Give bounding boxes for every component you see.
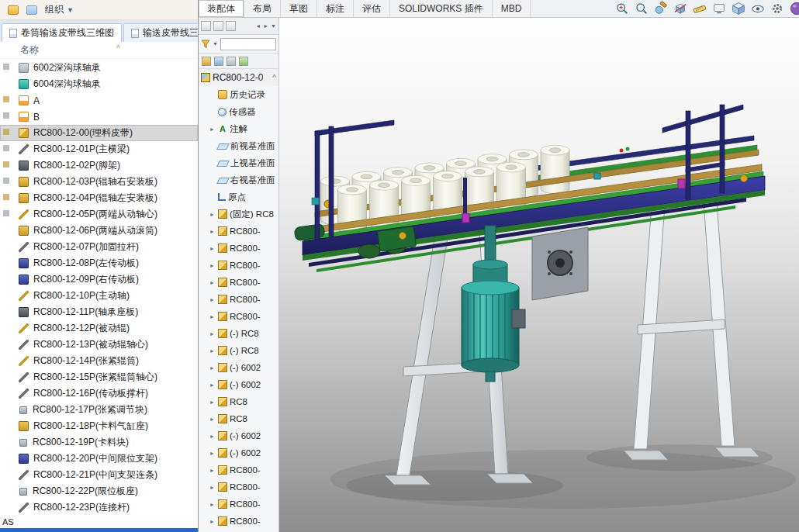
list-item[interactable]: RC800-12-14P(张紧辊筒) [0,353,198,369]
collapse-chevron-icon[interactable]: ^ [272,74,278,82]
hide-show-eye-icon[interactable] [750,1,766,16]
expander-icon[interactable]: ► [209,246,216,251]
list-item[interactable]: RC800-12-22P(限位板座) [0,483,198,499]
expander-icon[interactable]: ► [209,416,216,422]
tree-item[interactable]: 右视基准面 [199,171,278,188]
list-item[interactable]: RC800-12-18P(卡料气缸座) [0,418,198,434]
tree-item[interactable]: ►RC8 [199,410,278,427]
tree-item[interactable]: ►(-) 6002 [199,376,278,393]
show-hierarchy-icon[interactable] [226,21,236,31]
tree-item[interactable]: ►(-) RC8 [199,325,278,342]
view-settings-gear-icon[interactable] [770,1,785,16]
section-view-icon[interactable] [673,1,688,16]
expander-icon[interactable]: ► [209,263,216,268]
tree-item[interactable]: ►RC800- [199,308,278,325]
list-item[interactable]: 6004深沟球轴承 [0,76,198,92]
expander-icon[interactable]: ► [209,348,216,354]
list-item[interactable]: RC800-12-00(理料皮带) [0,125,198,141]
ribbon-tab-evaluate[interactable]: 评估 [354,0,390,17]
expander-icon[interactable]: ► [209,468,216,473]
list-item[interactable]: RC800-12-15P(张紧辊筒轴心) [0,369,198,385]
tree-item[interactable]: ►RC800- [199,461,278,478]
pane-menu-icon[interactable]: ▼ [271,23,276,29]
expander-icon[interactable]: ► [209,382,216,388]
list-item[interactable]: A [0,92,198,109]
tree-item[interactable]: 历史记录 [199,86,278,103]
column-header[interactable]: 名称 ^ [0,42,198,59]
list-item[interactable]: RC800-12-07P(加固拉杆) [0,239,198,255]
expander-icon[interactable]: ► [209,314,216,320]
expander-icon[interactable]: ► [209,212,216,217]
list-item[interactable]: RC800-12-11P(轴承座板) [0,304,198,320]
tree-item[interactable]: ►RC800- [199,478,278,496]
ribbon-tab-layout[interactable]: 布局 [244,0,281,17]
expander-icon[interactable]: ► [209,331,216,337]
tree-display-icon[interactable] [213,21,223,31]
pane-prev-icon[interactable]: ◄ [255,23,261,29]
explorer-tab-1[interactable]: 卷筒输送皮带线三维图 [2,23,122,42]
featuremanager-tab-icon[interactable] [202,57,211,66]
graphics-viewport[interactable] [199,18,799,532]
gear-motor[interactable] [462,226,525,382]
list-item[interactable]: RC800-12-02P(脚架) [0,157,198,174]
list-item[interactable]: RC800-12-04P(辊轴左安装板) [0,190,198,206]
edit-appearance-icon[interactable] [653,1,669,16]
list-item[interactable]: RC800-12-20P(中间限位支架) [0,451,198,467]
tree-item[interactable]: ►(固定) RC8 [199,206,278,223]
help-sphere-icon[interactable] [789,1,799,16]
expander-icon[interactable]: ► [209,399,216,405]
tree-item[interactable]: ►RC8 [199,393,278,410]
propertymanager-tab-icon[interactable] [214,57,223,66]
list-item[interactable]: RC800-12-19P(卡料块) [0,434,198,451]
tree-item[interactable]: 上视基准面 [199,154,278,171]
tree-item[interactable]: ►A注解 [199,120,278,137]
list-item[interactable]: RC800-12-03P(辊轴右安装板) [0,174,198,190]
paper-roll[interactable] [541,145,569,194]
list-item[interactable]: RC800-12-05P(两端从动轴心) [0,206,198,223]
expander-icon[interactable]: ► [209,297,216,302]
list-item[interactable]: RC800-12-08P(左传动板) [0,255,198,271]
list-item[interactable]: RC800-12-01P(主横梁) [0,141,198,157]
view-orientation-cube-icon[interactable] [731,1,746,16]
tree-item[interactable]: ►RC800- [199,274,278,291]
measure-icon[interactable] [692,1,707,16]
expander-icon[interactable]: ► [209,229,216,234]
list-item[interactable]: RC800-12-06P(两端从动滚筒) [0,223,198,239]
conveyor-3d-model[interactable] [199,18,799,532]
list-item[interactable]: RC800-12-16P(传动板撑杆) [0,385,198,402]
list-item[interactable]: RC800-12-13P(被动辊轴心) [0,337,198,353]
tree-item[interactable]: ►RC800- [199,291,278,308]
expander-icon[interactable]: ► [209,280,216,285]
zoom-to-fit-icon[interactable] [614,1,630,16]
configurationmanager-tab-icon[interactable] [227,57,236,66]
ribbon-tab-solidworks-addins[interactable]: SOLIDWORKS 插件 [390,0,493,17]
list-item[interactable]: B [0,109,198,125]
ribbon-tab-annotate[interactable]: 标注 [317,0,354,17]
tree-item[interactable]: ►(-) RC8 [199,342,278,359]
list-item[interactable]: 6002深沟球轴承 [0,60,198,76]
model-leg-right[interactable] [624,192,759,460]
tree-item[interactable]: 前视基准面 [199,137,278,154]
display-pane-icon[interactable] [201,21,211,31]
list-item[interactable]: RC800-12-12P(被动辊) [0,320,198,337]
pane-next-icon[interactable]: ► [263,23,268,29]
tree-item[interactable]: ►(-) 6002 [199,427,278,444]
filter-dropdown-icon[interactable]: ▼ [213,41,218,47]
tree-item[interactable]: ►(-) 6002 [199,359,278,376]
filter-input[interactable] [220,38,276,50]
filter-funnel-icon[interactable] [201,40,210,49]
tree-item[interactable]: ►(-) 6002 [199,444,278,461]
list-item[interactable]: RC800-12-23P(连接杆) [0,499,198,516]
ribbon-tab-assembly[interactable]: 装配体 [199,0,244,17]
expander-icon[interactable]: ► [209,434,216,439]
list-item[interactable]: RC800-12-10P(主动轴) [0,288,198,304]
zoom-area-icon[interactable] [634,1,649,16]
list-item[interactable]: RC800-12-17P(张紧调节块) [0,402,198,418]
expander-icon[interactable]: ► [209,502,216,507]
display-settings-icon[interactable] [711,1,727,16]
expander-icon[interactable]: ► [209,365,216,371]
list-item[interactable]: RC800-12-21P(中间支架连条) [0,467,198,483]
dimxpertmanager-tab-icon[interactable] [239,57,248,66]
tree-item[interactable]: 传感器 [199,103,278,120]
ribbon-tab-mbd[interactable]: MBD [493,0,531,17]
